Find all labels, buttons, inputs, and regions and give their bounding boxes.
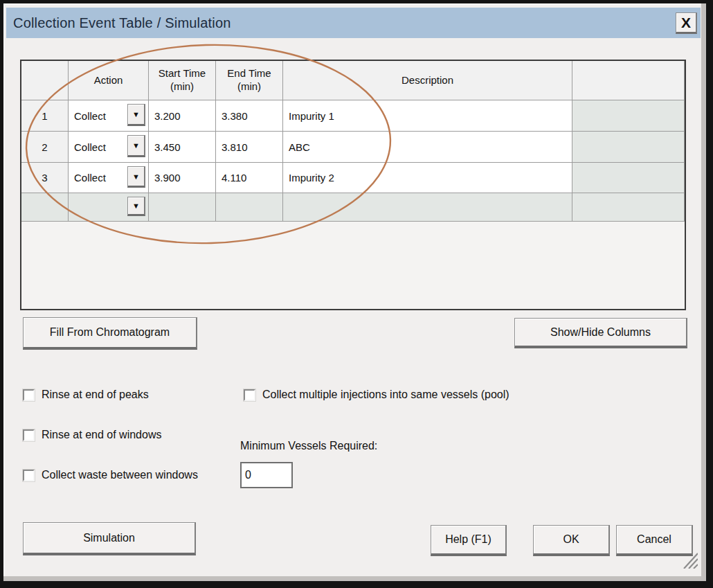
simulation-button[interactable]: Simulation bbox=[23, 522, 196, 555]
header-start-line1: Start Time bbox=[159, 67, 206, 80]
row-2-action-dropdown[interactable]: Collect ▼ bbox=[69, 132, 149, 163]
row-4-dropdown-arrow-icon[interactable]: ▼ bbox=[127, 197, 145, 216]
row-4-description-empty[interactable] bbox=[283, 193, 572, 222]
header-end-line1: End Time bbox=[227, 67, 271, 80]
header-description-label: Description bbox=[401, 74, 453, 87]
row-3-action-value: Collect bbox=[74, 172, 106, 184]
row-2-description[interactable]: ABC bbox=[283, 132, 572, 163]
row-1-description[interactable]: Impurity 1 bbox=[283, 100, 572, 132]
row-3-action-dropdown[interactable]: Collect ▼ bbox=[69, 163, 149, 193]
dialog-titlebar[interactable]: Collection Event Table / Simulation X bbox=[6, 8, 701, 38]
row-4-number-empty[interactable] bbox=[21, 193, 69, 222]
collect-waste-option[interactable]: Collect waste between windows bbox=[23, 469, 198, 481]
ok-button[interactable]: OK bbox=[533, 525, 610, 556]
row-3-description[interactable]: Impurity 2 bbox=[283, 163, 572, 193]
collect-pool-option[interactable]: Collect multiple injections into same ve… bbox=[244, 389, 509, 401]
minimum-vessels-input[interactable] bbox=[240, 462, 293, 488]
header-extra-column bbox=[572, 61, 685, 100]
rinse-end-windows-checkbox[interactable] bbox=[23, 429, 35, 441]
row-2-end-time[interactable]: 3.810 bbox=[216, 132, 283, 163]
fill-from-chromatogram-button[interactable]: Fill From Chromatogram bbox=[23, 317, 197, 350]
row-1-action-dropdown[interactable]: Collect ▼ bbox=[69, 100, 149, 132]
row-3-start-time[interactable]: 3.900 bbox=[149, 163, 216, 193]
rinse-end-windows-label: Rinse at end of windows bbox=[42, 429, 161, 441]
rinse-end-windows-option[interactable]: Rinse at end of windows bbox=[23, 429, 161, 441]
header-start-line2: (min) bbox=[170, 80, 194, 93]
collect-waste-label: Collect waste between windows bbox=[42, 469, 198, 481]
header-description: Description bbox=[283, 61, 572, 100]
row-3-number[interactable]: 3 bbox=[21, 163, 69, 193]
help-button[interactable]: Help (F1) bbox=[431, 525, 507, 556]
row-3-extra-cell bbox=[572, 163, 685, 193]
event-table-grid: Action Start Time (min) End Time (min) D… bbox=[21, 61, 685, 309]
row-4-action-dropdown-empty[interactable]: ▼ bbox=[69, 193, 149, 222]
rinse-end-peaks-checkbox[interactable] bbox=[23, 389, 35, 401]
rinse-end-peaks-option[interactable]: Rinse at end of peaks bbox=[23, 389, 149, 401]
resize-grip-icon[interactable] bbox=[681, 551, 698, 569]
header-end-time: End Time (min) bbox=[216, 61, 283, 100]
header-end-line2: (min) bbox=[237, 80, 261, 93]
close-icon: X bbox=[681, 15, 691, 31]
row-1-action-value: Collect bbox=[74, 110, 106, 122]
row-2-action-value: Collect bbox=[74, 141, 106, 153]
row-2-start-time[interactable]: 3.450 bbox=[149, 132, 216, 163]
row-2-extra-cell bbox=[572, 132, 685, 163]
row-1-extra-cell bbox=[572, 100, 685, 132]
rinse-end-peaks-label: Rinse at end of peaks bbox=[42, 389, 149, 401]
row-4-start-time-empty[interactable] bbox=[149, 193, 216, 222]
header-action-label: Action bbox=[94, 74, 123, 87]
collect-pool-label: Collect multiple injections into same ve… bbox=[262, 389, 509, 401]
row-1-start-time[interactable]: 3.200 bbox=[149, 100, 216, 132]
collection-event-dialog: Collection Event Table / Simulation X Ac… bbox=[3, 3, 706, 581]
collection-event-table: Action Start Time (min) End Time (min) D… bbox=[20, 60, 686, 310]
collect-pool-checkbox[interactable] bbox=[244, 389, 255, 401]
row-1-dropdown-arrow-icon[interactable]: ▼ bbox=[127, 104, 145, 126]
row-3-end-time[interactable]: 4.110 bbox=[216, 163, 283, 193]
dialog-title: Collection Event Table / Simulation bbox=[6, 15, 231, 31]
header-start-time: Start Time (min) bbox=[149, 61, 216, 100]
row-4-end-time-empty[interactable] bbox=[216, 193, 283, 222]
show-hide-columns-button[interactable]: Show/Hide Columns bbox=[514, 318, 687, 348]
row-4-extra-cell bbox=[572, 193, 685, 222]
row-2-number[interactable]: 2 bbox=[21, 132, 69, 163]
close-button[interactable]: X bbox=[676, 12, 697, 34]
row-1-end-time[interactable]: 3.380 bbox=[216, 100, 283, 132]
screen-background: Collection Event Table / Simulation X Ac… bbox=[0, 0, 713, 588]
row-3-dropdown-arrow-icon[interactable]: ▼ bbox=[127, 166, 145, 188]
table-empty-area bbox=[21, 222, 685, 309]
row-2-dropdown-arrow-icon[interactable]: ▼ bbox=[127, 135, 145, 157]
header-action: Action bbox=[69, 61, 149, 100]
minimum-vessels-label: Minimum Vessels Required: bbox=[240, 440, 377, 452]
collect-waste-checkbox[interactable] bbox=[23, 470, 35, 481]
row-1-number[interactable]: 1 bbox=[21, 100, 69, 132]
header-row-number bbox=[21, 61, 69, 100]
